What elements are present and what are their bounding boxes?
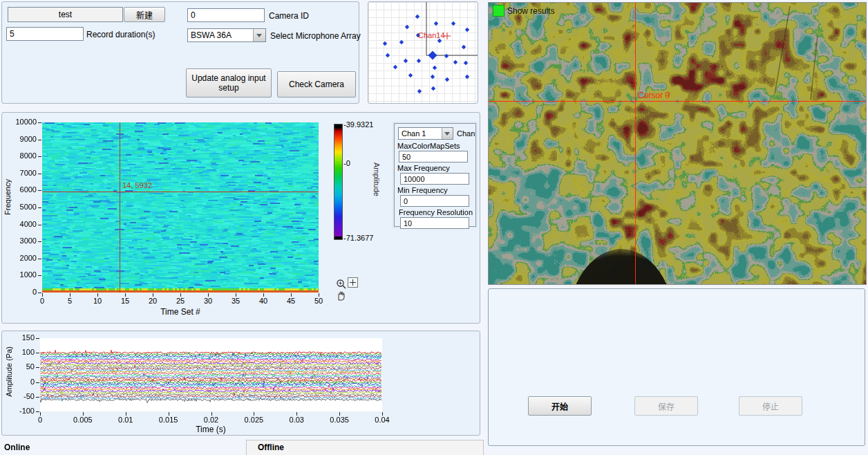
tick-label: 5 — [59, 297, 80, 305]
tick-label: 0.02 — [198, 416, 225, 424]
tick-label: -50 — [11, 392, 35, 400]
config-panel: 新建 Record duration(s) Camera ID BSWA 36A… — [1, 1, 359, 104]
mic-point — [453, 60, 457, 64]
spectrogram-cursor-label: 14, 5932 — [122, 181, 152, 189]
mic-point — [415, 15, 419, 19]
mic-point — [431, 75, 435, 79]
zoom-tool-icon[interactable] — [336, 279, 347, 290]
camera-id-input[interactable] — [187, 8, 265, 22]
channel-select-value: Chan 1 — [402, 129, 426, 138]
mic-point — [383, 41, 387, 46]
mic-point — [465, 75, 469, 79]
spectrogram-cursor-vline[interactable] — [120, 122, 120, 292]
mic-point — [408, 73, 413, 77]
colorbar-title: Amplitude — [372, 162, 381, 196]
mic-point — [434, 21, 438, 26]
tick-mark — [40, 412, 41, 416]
update-analog-input-button[interactable]: Update analog input setup — [186, 68, 272, 98]
min-frequency-input[interactable] — [400, 195, 469, 207]
tick-mark — [36, 382, 39, 383]
tick-mark — [38, 241, 41, 242]
mic-array-select[interactable]: BSWA 36A — [187, 28, 266, 42]
tick-label: 150 — [11, 333, 35, 342]
tick-mark — [263, 293, 264, 297]
tick-label: 20 — [142, 297, 163, 305]
tick-label: 4000 — [6, 220, 37, 228]
show-results-checkbox[interactable] — [493, 5, 504, 17]
mic-point — [433, 66, 437, 70]
tick-mark — [125, 293, 126, 297]
mic-point — [465, 28, 469, 32]
spectrogram-cursor-hline[interactable] — [42, 192, 319, 192]
analysis-controls-cluster: Chan 1 Chan MaxColorMapSets Max Frequenc… — [394, 123, 476, 227]
tick-label: 0.03 — [283, 416, 310, 424]
mic-point — [464, 61, 468, 65]
tab-offline[interactable]: Offline — [246, 440, 484, 455]
tick-label: 5000 — [6, 203, 37, 211]
tab-online: Online — [4, 443, 30, 452]
tick-label: 0 — [6, 288, 37, 296]
chevron-down-icon[interactable] — [253, 29, 265, 41]
mic-point — [404, 59, 408, 63]
action-panel: 开始 保存 停止 — [488, 288, 865, 446]
tick-mark — [38, 190, 41, 191]
tick-mark — [236, 293, 236, 297]
check-camera-button[interactable]: Check Camera — [277, 71, 356, 98]
mic-point — [462, 45, 466, 49]
stop-button[interactable]: 停止 — [739, 396, 802, 416]
tick-mark — [38, 140, 41, 140]
tick-label: 2000 — [6, 254, 37, 262]
tick-mark — [38, 207, 41, 208]
tick-mark — [36, 353, 39, 353]
spectrogram-xlabel: Time Set # — [153, 307, 208, 317]
mic-point — [451, 21, 455, 26]
waveform-xlabel: Time (s) — [183, 425, 238, 434]
mic-array-plot[interactable]: Chan14 — [368, 1, 478, 104]
record-duration-input[interactable] — [6, 27, 84, 41]
max-frequency-input[interactable] — [400, 173, 469, 185]
tick-mark — [38, 259, 41, 259]
frequency-resolution-input[interactable] — [400, 217, 469, 229]
colorbar-mid-label: -0 — [343, 159, 350, 167]
acoustic-image-canvas[interactable] — [489, 3, 866, 284]
tick-label: 50 — [308, 297, 329, 305]
spectrogram-canvas[interactable] — [42, 122, 319, 292]
tick-label: 35 — [225, 297, 246, 305]
save-button[interactable]: 保存 — [634, 396, 698, 416]
channel-select[interactable]: Chan 1 — [398, 127, 453, 140]
tick-mark — [36, 367, 39, 368]
new-project-button[interactable]: 新建 — [124, 7, 165, 22]
mic-point — [428, 51, 437, 60]
tick-mark — [126, 412, 126, 416]
tick-label: 10 — [87, 297, 108, 305]
waveform-canvas[interactable] — [40, 338, 382, 411]
image-cursor-vline[interactable] — [635, 3, 636, 284]
tick-label: 7000 — [6, 169, 37, 177]
image-cursor-hline[interactable] — [489, 101, 866, 102]
tick-mark — [38, 174, 41, 174]
tick-label: 0 — [26, 416, 54, 424]
pan-hand-tool-icon[interactable] — [335, 290, 346, 301]
project-name-input[interactable] — [8, 7, 123, 22]
min-frequency-label: Min Frequency — [397, 186, 448, 194]
frequency-resolution-label: Frequency Resolution — [399, 208, 473, 216]
tick-mark — [291, 293, 292, 297]
tick-label: 0.01 — [112, 416, 140, 424]
camera-id-label: Camera ID — [269, 11, 309, 21]
maxcolormapsets-input[interactable] — [399, 151, 468, 162]
tick-mark — [38, 225, 41, 225]
show-results-label: Show results — [507, 6, 555, 16]
tick-mark — [319, 293, 319, 297]
mic-point — [417, 89, 422, 93]
tick-label: -100 — [11, 407, 35, 415]
crosshair-tool-icon[interactable] — [348, 277, 358, 288]
chevron-down-icon[interactable] — [442, 128, 453, 139]
colorbar-max-label: -39.9321 — [343, 120, 373, 129]
amplitude-colorbar — [334, 124, 343, 240]
tick-mark — [38, 275, 41, 276]
tick-mark — [169, 412, 169, 416]
start-button[interactable]: 开始 — [528, 396, 592, 416]
colorbar-min-label: -71.3677 — [343, 234, 373, 242]
tick-label: 6000 — [6, 185, 37, 194]
acoustic-camera-app: 新建 Record duration(s) Camera ID BSWA 36A… — [0, 0, 868, 455]
